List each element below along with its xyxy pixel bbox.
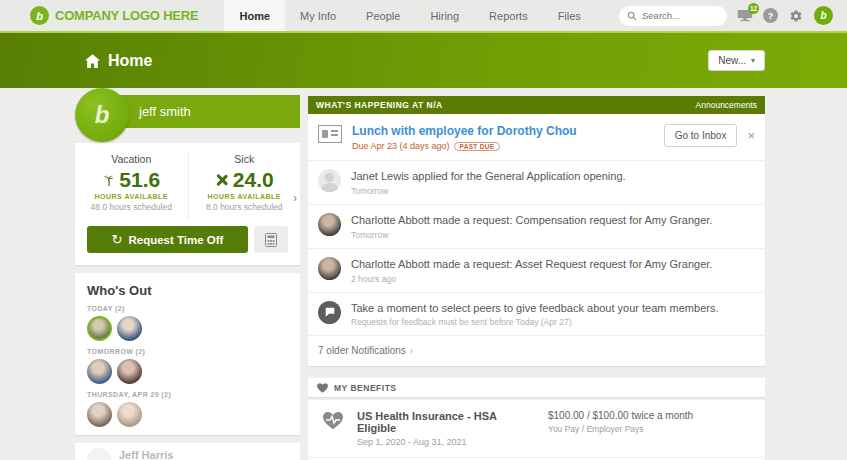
whos-out-group-today: TODAY (2) [87,305,288,312]
benefit-name: US Health Insurance - HSA Eligible [357,410,537,434]
vacation-balance[interactable]: Vacation 51.6 HOURS AVAILABLE 48.0 hours… [75,153,188,220]
profile-name: jeff smith [139,104,191,119]
benefits-card: US Health Insurance - HSA Eligible Sep 1… [308,400,765,460]
clock-refresh-icon: ↻ [112,232,123,247]
sick-unit: HOURS AVAILABLE [189,193,301,200]
avatar[interactable] [117,359,142,384]
vacation-label: Vacation [75,153,188,165]
sick-label: Sick [189,153,301,165]
main-nav-tabs: Home My Info People Hiring Reports Files [224,0,595,31]
content-area: jeff smith b Vacation 51.6 HOURS AVAI [75,88,765,460]
notification-item[interactable]: Janet Lewis applied for the General Appl… [308,160,765,204]
tab-home[interactable]: Home [224,0,285,31]
celebration-item-faded: Jeff Harris Apr 28 - Happy Birthday! [75,443,300,460]
notification-time: Tomorrow [351,186,626,196]
whats-happening-title: WHAT'S HAPPENING AT N/A [316,100,443,110]
go-to-inbox-button[interactable]: Go to Inbox [664,124,738,147]
bamboo-logo-icon: b [30,6,49,25]
avatar[interactable] [87,316,112,341]
avatar [318,213,341,236]
home-icon [85,54,100,68]
avatar [318,257,341,280]
profile-name-banner: jeff smith [101,95,300,128]
notifications-card: Lunch with employee for Dorothy Chou Due… [308,114,765,366]
whos-out-card: Who's Out TODAY (2) TOMORROW (2) THURSDA… [75,273,300,435]
inbox-task-title[interactable]: Lunch with employee for Dorothy Chou [352,124,577,138]
feedback-bubble-icon [318,301,341,324]
avatar[interactable] [117,316,142,341]
notification-item[interactable]: Charlotte Abbott made a request: Asset R… [308,248,765,292]
main-column: WHAT'S HAPPENING AT N/A Announcements Lu… [308,96,765,460]
health-insurance-icon [320,411,346,430]
time-off-card: Vacation 51.6 HOURS AVAILABLE 48.0 hours… [75,143,300,265]
page-title: Home [85,52,152,70]
avatar[interactable] [117,402,142,427]
older-notifications-link[interactable]: 7 older Notifications › [308,335,765,366]
inbox-task-due: Due Apr 23 (4 days ago) [352,141,450,151]
past-due-badge: PAST DUE [454,142,501,151]
profile-avatar[interactable]: b [75,88,129,142]
celebrations-card: Jeff Harris Apr 28 - Happy Birthday! Cel… [75,443,300,460]
user-avatar[interactable]: b [814,6,833,25]
benefit-dates: Sep 1, 2020 - Aug 31, 2021 [357,437,537,447]
tab-hiring[interactable]: Hiring [415,0,474,31]
new-button[interactable]: New... ▾ [708,50,765,71]
notification-text: Take a moment to select peers to give fe… [351,301,718,316]
avatar [318,169,341,192]
avatar [87,448,111,460]
notification-time: Requests for feedback must be sent befor… [351,317,718,327]
balance-carousel-next[interactable]: › [290,185,300,211]
vacation-scheduled: 48.0 hours scheduled [75,202,188,212]
left-sidebar: jeff smith b Vacation 51.6 HOURS AVAI [75,88,300,460]
heart-icon [317,383,328,393]
inbox-task-item: Lunch with employee for Dorothy Chou Due… [308,114,765,160]
app-window: b COMPANY LOGO HERE Home My Info People … [0,0,847,460]
tab-reports[interactable]: Reports [474,0,543,31]
tab-people[interactable]: People [351,0,415,31]
help-icon[interactable]: ? [763,8,778,23]
time-off-calculator-button[interactable] [254,226,288,253]
notification-text: Janet Lewis applied for the General Appl… [351,169,626,184]
sick-hours: 24.0 [233,168,274,192]
global-search[interactable] [619,6,727,26]
whos-out-title: Who's Out [87,283,288,298]
notification-item[interactable]: Charlotte Abbott made a request: Compens… [308,204,765,248]
search-icon [627,11,637,21]
whos-out-group-tomorrow: TOMORROW (2) [87,348,288,355]
bandaid-icon [215,173,229,187]
notification-text: Charlotte Abbott made a request: Asset R… [351,257,712,272]
gear-icon[interactable] [787,7,805,25]
benefit-amount: $100.00 / $100.00 twice a month [548,410,753,421]
my-benefits-title: MY BENEFITS [334,383,397,393]
inbox-badge: 12 [748,3,759,14]
top-navbar: b COMPANY LOGO HERE Home My Info People … [0,0,847,33]
notification-time: Tomorrow [351,230,712,240]
request-time-off-button[interactable]: ↻ Request Time Off [87,226,248,253]
chevron-right-icon: › [410,346,413,356]
profile-section: jeff smith b [75,88,300,130]
company-logo-text: COMPANY LOGO HERE [55,8,198,23]
vacation-hours: 51.6 [119,168,160,192]
sick-balance[interactable]: Sick 24.0 HOURS AVAILABLE 8.0 hours sche… [188,153,301,220]
close-icon[interactable]: × [747,128,755,143]
announcements-link[interactable]: Announcements [696,100,757,110]
contact-card-icon [318,125,342,143]
caret-down-icon: ▾ [751,56,755,65]
navbar-right-cluster: 12 ? b [619,0,833,31]
notification-time: 2 hours ago [351,274,712,284]
benefit-row[interactable]: US Health Insurance - HSA Eligible Sep 1… [308,400,765,457]
sick-scheduled: 8.0 hours scheduled [189,202,301,212]
whats-happening-bar: WHAT'S HAPPENING AT N/A Announcements [308,96,765,114]
avatar[interactable] [87,359,112,384]
benefit-payer: You Pay / Employer Pays [548,424,753,434]
inbox-icon[interactable]: 12 [736,7,754,25]
company-logo[interactable]: b COMPANY LOGO HERE [30,0,198,31]
my-benefits-header: MY BENEFITS [308,378,765,397]
tab-files[interactable]: Files [543,0,596,31]
vacation-unit: HOURS AVAILABLE [75,193,188,200]
avatar[interactable] [87,402,112,427]
notification-item[interactable]: Take a moment to select peers to give fe… [308,292,765,336]
tab-my-info[interactable]: My Info [285,0,351,31]
search-input[interactable] [642,10,717,21]
palm-tree-icon [102,173,115,187]
